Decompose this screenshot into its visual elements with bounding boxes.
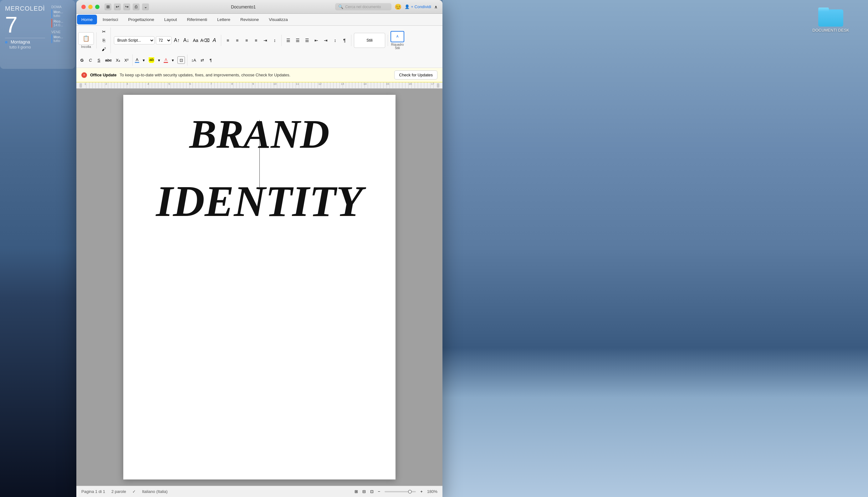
print-icon[interactable]: ⎙ <box>133 3 140 10</box>
text-effect-dropdown[interactable]: ▾ <box>169 56 176 64</box>
italic-button[interactable]: C <box>87 56 94 64</box>
numbered-list-button[interactable]: ☰ <box>293 36 302 44</box>
bullet-list-button[interactable]: ☰ <box>284 36 292 44</box>
strikethrough-button[interactable]: abc <box>104 56 113 64</box>
spelling-check-icon[interactable]: ✓ <box>132 489 136 494</box>
zoom-in-button[interactable]: + <box>420 489 423 494</box>
sidebar-toggle-icon[interactable]: ⊞ <box>104 3 111 10</box>
clipboard-group: ✂ ⎘ 🖌 <box>100 28 111 53</box>
separator6 <box>187 55 187 66</box>
view-layout-button[interactable]: ⊟ <box>362 489 366 494</box>
menu-home[interactable]: Home <box>77 15 97 25</box>
sort-button[interactable]: ↕ <box>331 36 339 44</box>
menu-riferimenti[interactable]: Riferimenti <box>183 15 212 25</box>
format-painter-button[interactable]: 🖌 <box>100 45 108 53</box>
window-minimize-button[interactable] <box>88 5 92 9</box>
highlight-bar <box>149 62 154 63</box>
underline-button[interactable]: S <box>95 56 103 64</box>
status-right: ⊞ ⊟ ⊡ − + 180% <box>355 489 437 494</box>
font-style-button[interactable]: A <box>210 36 218 44</box>
window-controls <box>81 5 100 9</box>
language: Italiano (Italia) <box>142 489 168 494</box>
zoom-slider[interactable] <box>385 491 416 492</box>
search-placeholder: Cerca nel documento <box>345 5 381 9</box>
ribbon-row2: G C S abc X₂ X² A ▾ ab ▾ A <box>78 54 440 66</box>
redo-icon[interactable]: ↪ <box>123 3 130 10</box>
font-color-group[interactable]: A <box>135 57 139 63</box>
paragraph-spacing-button[interactable]: ↕A <box>190 56 198 64</box>
decrease-indent-button[interactable]: ⇤ <box>312 36 320 44</box>
word-window: ⊞ ↩ ↪ ⎙ ⌄ Documento1 🔍 Cerca nel documen… <box>76 0 443 497</box>
show-formatting-button[interactable]: ¶ <box>341 36 349 44</box>
copy-button[interactable]: ⎘ <box>100 36 108 44</box>
desktop-icon-label: DOCUMENTI DESK <box>812 28 849 32</box>
font-color-bar <box>135 62 139 63</box>
multilevel-list-button[interactable]: ☰ <box>303 36 311 44</box>
window-maximize-button[interactable] <box>95 5 100 9</box>
align-right-button[interactable]: ≡ <box>243 36 251 44</box>
update-bar-close-button[interactable]: × <box>81 72 87 78</box>
emoji-button[interactable]: 😊 <box>394 3 402 10</box>
text-direction-button[interactable]: ⇄ <box>199 56 206 64</box>
separator1 <box>221 35 221 46</box>
border-button[interactable]: ⊡ <box>177 56 185 64</box>
cut-button[interactable]: ✂ <box>100 28 108 36</box>
menu-lettere[interactable]: Lettere <box>213 15 235 25</box>
paste-label: Incolla <box>81 45 91 48</box>
ruler-handle-left[interactable] <box>79 83 82 88</box>
menu-progettazione[interactable]: Progettazione <box>124 15 159 25</box>
align-center-button[interactable]: ≡ <box>233 36 241 44</box>
zoom-out-button[interactable]: − <box>378 489 380 494</box>
calendar-day-number: 7 <box>5 13 45 36</box>
clear-format-button[interactable]: A⌫ <box>201 36 209 44</box>
check-updates-button[interactable]: Check for Updates <box>394 70 437 80</box>
ruler-handle-right[interactable] <box>437 83 439 88</box>
paragraph-marks-button[interactable]: ¶ <box>207 56 215 64</box>
document-area[interactable]: BRAND IDENTITY <box>76 88 443 486</box>
subscript-button[interactable]: X₂ <box>114 56 122 64</box>
title-bar: ⊞ ↩ ↪ ⎙ ⌄ Documento1 🔍 Cerca nel documen… <box>76 0 443 14</box>
align-justify-button[interactable]: ≡ <box>252 36 260 44</box>
quick-access-icon[interactable]: ⌄ <box>142 3 149 10</box>
line-spacing-button[interactable]: ↕ <box>271 36 279 44</box>
word-count: 2 parole <box>111 489 126 494</box>
document-page: BRAND IDENTITY <box>123 95 395 480</box>
menu-visualizza[interactable]: Visualizza <box>264 15 292 25</box>
desktop-folder-icon[interactable]: DOCUMENTI DESK <box>812 6 849 32</box>
superscript-button[interactable]: X² <box>122 56 130 64</box>
ribbon-toolbar: 📋 Incolla ✂ ⎘ 🖌 Brush Script... 72 A↑ A↓… <box>76 26 443 68</box>
zoom-thumb <box>408 490 412 494</box>
color-group: A ▾ ab ▾ A ▾ ⊡ <box>135 56 185 64</box>
highlight-color-group[interactable]: ab <box>149 57 154 63</box>
undo-icon[interactable]: ↩ <box>114 3 121 10</box>
view-normal-button[interactable]: ⊞ <box>355 489 358 494</box>
align-left-button[interactable]: ≡ <box>224 36 232 44</box>
font-case-button[interactable]: Aa <box>191 36 200 44</box>
paste-group: 📋 Incolla <box>78 32 97 48</box>
font-color-dropdown[interactable]: ▾ <box>140 56 148 64</box>
view-reading-button[interactable]: ⊡ <box>370 489 374 494</box>
menu-revisione[interactable]: Revisione <box>236 15 263 25</box>
increase-indent-button[interactable]: ⇥ <box>322 36 330 44</box>
folder-icon <box>818 6 843 27</box>
styles-gallery[interactable]: Stili <box>354 33 385 48</box>
riquadro-icon[interactable]: A <box>391 31 404 42</box>
search-bar[interactable]: 🔍 Cerca nel documento <box>335 3 391 10</box>
window-close-button[interactable] <box>81 5 86 9</box>
indent-button[interactable]: ⇥ <box>261 36 270 44</box>
collapse-button[interactable]: ∧ <box>434 4 437 10</box>
menu-inserisci[interactable]: Inserisci <box>98 15 122 25</box>
font-size-down-button[interactable]: A↓ <box>182 36 190 44</box>
menu-layout[interactable]: Layout <box>160 15 182 25</box>
highlight-dropdown[interactable]: ▾ <box>155 56 163 64</box>
font-selector[interactable]: Brush Script... <box>114 36 155 44</box>
bold-button[interactable]: G <box>78 56 86 64</box>
text-effect-group[interactable]: A <box>164 57 168 63</box>
paste-button[interactable]: 📋 <box>78 32 94 45</box>
font-color-icon: A <box>136 57 139 62</box>
zoom-level: 180% <box>427 489 437 494</box>
font-size-selector[interactable]: 72 <box>156 36 172 44</box>
share-button[interactable]: 👤 + Condividi <box>405 4 431 9</box>
font-size-up-button[interactable]: A↑ <box>173 36 181 44</box>
update-bar-message: To keep up-to-date with security updates… <box>120 73 391 77</box>
